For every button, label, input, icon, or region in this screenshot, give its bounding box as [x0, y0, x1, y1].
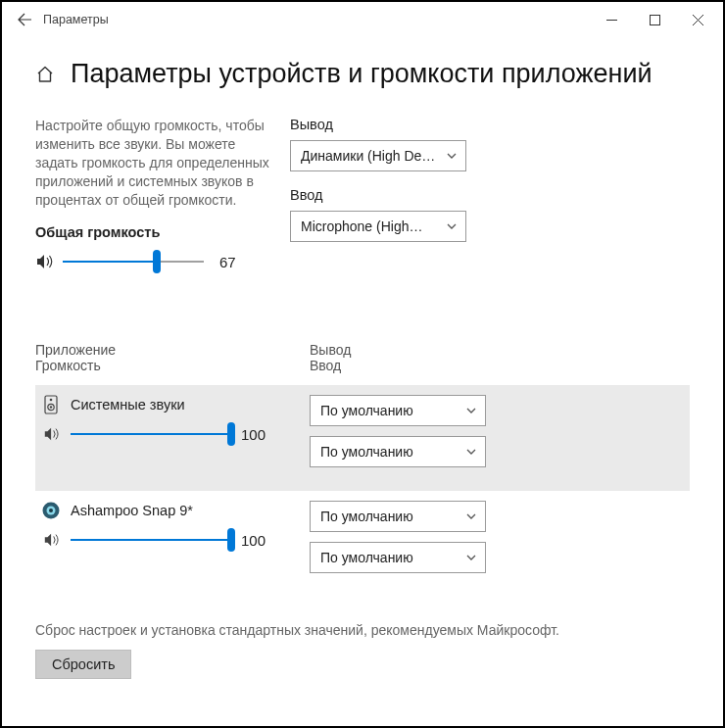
arrow-left-icon [17, 12, 32, 27]
back-button[interactable] [6, 4, 43, 35]
settings-window: Параметры Параметры устройств и громкост… [0, 0, 725, 728]
speaker-icon[interactable] [43, 531, 71, 549]
titlebar-left: Параметры [6, 4, 590, 35]
minimize-button[interactable] [590, 4, 633, 35]
close-icon [693, 15, 703, 25]
input-device-select[interactable]: Microphone (High… [290, 211, 466, 242]
app-input-select[interactable]: По умолчанию [310, 436, 486, 467]
maximize-button[interactable] [633, 4, 676, 35]
slider-fill [63, 261, 157, 263]
slider-fill [71, 433, 231, 435]
app-row[interactable]: Ashampoo Snap 9*100По умолчаниюПо умолча… [35, 491, 690, 597]
chevron-down-icon [465, 405, 477, 416]
app-volume-row: 100 [41, 424, 310, 444]
master-volume-row: 67 [35, 252, 270, 271]
app-volume-row: 100 [41, 530, 310, 550]
app-icon [41, 501, 61, 520]
output-device-value: Динамики (High De… [301, 148, 440, 164]
reset-description: Сброс настроек и установка стандартных з… [35, 622, 690, 638]
master-section: Настройте общую громкость, чтобы изменит… [35, 117, 690, 271]
apps-header-app: Приложение [35, 342, 310, 358]
window-controls [590, 4, 719, 35]
app-left: Ashampoo Snap 9*100 [35, 501, 310, 550]
page-content: Параметры устройств и громкости приложен… [2, 37, 723, 679]
chevron-down-icon [465, 510, 477, 522]
page-heading-row: Параметры устройств и громкости приложен… [35, 59, 690, 89]
app-name-line: Системные звуки [41, 395, 310, 414]
slider-thumb[interactable] [153, 250, 161, 273]
app-right: По умолчаниюПо умолчанию [310, 395, 506, 477]
chevron-down-icon [446, 150, 458, 162]
app-input-value: По умолчанию [320, 444, 459, 460]
slider-thumb[interactable] [227, 528, 235, 552]
app-volume-value: 100 [241, 426, 268, 443]
close-button[interactable] [676, 4, 719, 35]
window-title: Параметры [43, 13, 109, 26]
app-row[interactable]: Системные звуки100По умолчаниюПо умолчан… [35, 385, 690, 491]
page-title: Параметры устройств и громкости приложен… [71, 59, 652, 89]
apps-header-input: Ввод [310, 358, 506, 373]
volume-icon [35, 252, 55, 271]
svg-point-4 [50, 407, 52, 409]
app-left: Системные звуки100 [35, 395, 310, 444]
app-name: Системные звуки [71, 397, 185, 413]
input-device-value: Microphone (High… [301, 218, 440, 234]
master-right: Вывод Динамики (High De… Ввод Microphone… [290, 117, 506, 271]
slider-thumb[interactable] [227, 422, 235, 446]
app-input-value: По умолчанию [320, 550, 459, 565]
app-output-value: По умолчанию [320, 403, 459, 418]
home-icon [35, 65, 55, 84]
app-volume-slider[interactable] [71, 530, 231, 550]
master-volume-value: 67 [219, 254, 247, 270]
page-description: Настройте общую громкость, чтобы изменит… [35, 117, 270, 209]
app-volume-value: 100 [241, 532, 268, 549]
output-device-select[interactable]: Динамики (High De… [290, 140, 466, 171]
chevron-down-icon [446, 220, 458, 232]
apps-header-output: Вывод [310, 342, 506, 358]
minimize-icon [606, 15, 617, 25]
apps-header: Приложение Громкость Вывод Ввод [35, 342, 690, 373]
app-volume-slider[interactable] [71, 424, 231, 444]
reset-button[interactable]: Сбросить [35, 650, 131, 679]
master-volume-label: Общая громкость [35, 224, 270, 240]
apps-header-volume: Громкость [35, 358, 310, 373]
speaker-icon[interactable] [35, 252, 63, 271]
master-left: Настройте общую громкость, чтобы изменит… [35, 117, 290, 271]
app-input-select[interactable]: По умолчанию [310, 542, 486, 573]
app-output-select[interactable]: По умолчанию [310, 395, 486, 426]
chevron-down-icon [465, 446, 477, 458]
app-right: По умолчаниюПо умолчанию [310, 501, 506, 583]
app-output-value: По умолчанию [320, 509, 459, 524]
maximize-icon [650, 15, 660, 25]
speaker-icon[interactable] [43, 425, 71, 443]
app-icon [41, 395, 61, 414]
app-name: Ashampoo Snap 9* [71, 503, 193, 518]
svg-rect-0 [650, 15, 659, 24]
output-label: Вывод [290, 117, 506, 132]
app-name-line: Ashampoo Snap 9* [41, 501, 310, 520]
master-volume-slider[interactable] [63, 252, 204, 271]
titlebar: Параметры [2, 2, 723, 37]
svg-point-2 [50, 399, 53, 402]
input-label: Ввод [290, 187, 506, 203]
chevron-down-icon [465, 552, 477, 563]
home-button[interactable] [35, 65, 55, 84]
reset-section: Сброс настроек и установка стандартных з… [35, 622, 690, 679]
app-output-select[interactable]: По умолчанию [310, 501, 486, 532]
slider-fill [71, 539, 231, 541]
svg-point-7 [49, 509, 53, 512]
apps-list: Системные звуки100По умолчаниюПо умолчан… [35, 385, 690, 597]
